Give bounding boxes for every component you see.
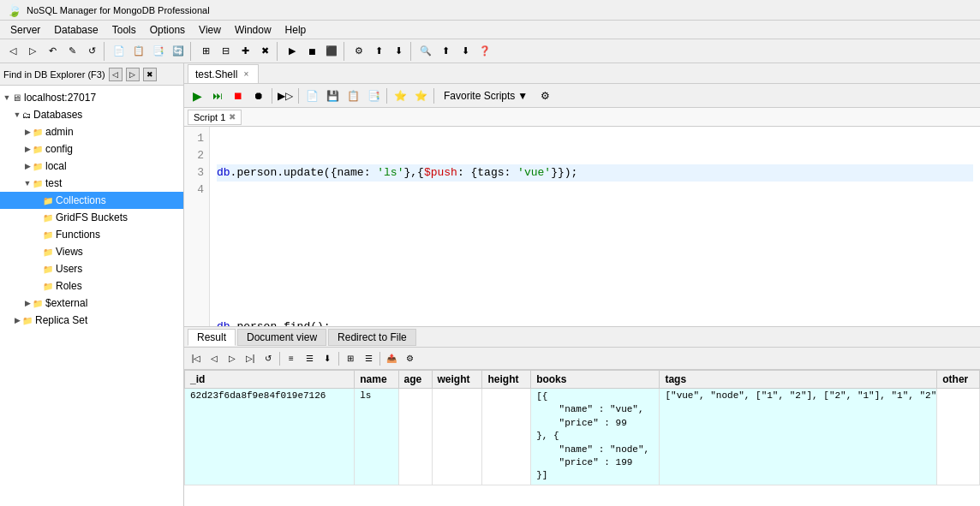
tree-item-test[interactable]: ▼ 📁 test xyxy=(0,175,183,192)
col-header-books[interactable]: books xyxy=(531,371,660,389)
result-refresh-button[interactable]: ↺ xyxy=(260,350,277,367)
result-export-button[interactable]: 📤 xyxy=(383,350,400,367)
result-settings-button[interactable]: ⚙ xyxy=(401,350,418,367)
cell-id[interactable]: 62d23f6da8f9e84f019e7126 xyxy=(185,389,355,485)
result-list-button[interactable]: ☰ xyxy=(360,350,377,367)
find-prev-button[interactable]: ◁ xyxy=(109,68,122,81)
stop-button[interactable]: ⏹ xyxy=(229,86,248,105)
toolbar-btn-20[interactable]: 🔍 xyxy=(416,42,435,61)
cell-height[interactable] xyxy=(482,389,531,485)
tree-item-roles[interactable]: 📁 Roles xyxy=(0,277,183,295)
tree-item-replicaset[interactable]: ▶ 📁 Replica Set xyxy=(0,312,183,329)
toolbar-btn-13[interactable]: ✖ xyxy=(255,42,274,61)
shell-btn-9[interactable]: 📑 xyxy=(364,86,383,105)
toolbar-btn-9[interactable]: 🔄 xyxy=(169,42,188,61)
menu-options[interactable]: Options xyxy=(143,22,192,38)
toolbar-btn-2[interactable]: ▷ xyxy=(23,42,42,61)
cell-tags[interactable]: ["vue", "node", ["1", "2"], ["2", "1"], … xyxy=(660,389,937,485)
code-content[interactable]: db.person.update({name: 'ls'},{$push: {t… xyxy=(210,127,980,326)
toolbar-btn-18[interactable]: ⬆ xyxy=(369,42,388,61)
col-header-height[interactable]: height xyxy=(482,371,531,389)
menu-server[interactable]: Server xyxy=(3,22,47,38)
col-header-name[interactable]: name xyxy=(355,371,398,389)
cell-weight[interactable] xyxy=(432,389,482,485)
cell-age[interactable] xyxy=(398,389,432,485)
toolbar-btn-15[interactable]: ⏹ xyxy=(302,42,321,61)
tree-item-admin[interactable]: ▶ 📁 admin xyxy=(0,123,183,140)
shell-btn-5[interactable]: ▶▷ xyxy=(276,86,295,105)
result-last-button[interactable]: ▷| xyxy=(242,350,259,367)
result-prev-button[interactable]: ◁ xyxy=(206,350,223,367)
cell-other[interactable] xyxy=(937,389,980,485)
tree-item-external[interactable]: ▶ 📁 $external xyxy=(0,295,183,312)
toolbar-btn-6[interactable]: 📄 xyxy=(110,42,128,61)
run-to-cursor-button[interactable]: ⏭ xyxy=(208,86,227,105)
tree-item-views[interactable]: 📁 Views xyxy=(0,243,183,260)
result-tab-result[interactable]: Result xyxy=(188,329,236,346)
tree-item-config[interactable]: ▶ 📁 config xyxy=(0,140,183,158)
menu-help[interactable]: Help xyxy=(278,22,314,38)
shell-btn-8[interactable]: 📋 xyxy=(344,86,362,105)
result-view-btn-3[interactable]: ⬇ xyxy=(319,350,336,367)
toolbar-btn-5[interactable]: ↺ xyxy=(82,42,101,61)
toolbar-btn-4[interactable]: ✎ xyxy=(63,42,81,61)
toolbar-btn-23[interactable]: ❓ xyxy=(475,42,494,61)
tree-item-functions[interactable]: 📁 Functions xyxy=(0,226,183,243)
toolbar-btn-22[interactable]: ⬇ xyxy=(456,42,475,61)
menu-database[interactable]: Database xyxy=(47,22,105,38)
tree-item-users[interactable]: 📁 Users xyxy=(0,260,183,277)
run-button[interactable]: ▶ xyxy=(188,86,206,105)
toolbar-btn-8[interactable]: 📑 xyxy=(149,42,168,61)
shell-settings-button[interactable]: ⚙ xyxy=(535,86,554,105)
col-header-weight[interactable]: weight xyxy=(432,371,482,389)
toolbar-btn-10[interactable]: ⊞ xyxy=(196,42,215,61)
result-tab-redirect-label: Redirect to File xyxy=(338,331,407,343)
find-next-button[interactable]: ▷ xyxy=(126,68,140,81)
favorite-scripts-button[interactable]: Favorite Scripts ▼ xyxy=(438,86,534,105)
result-view-btn-2[interactable]: ☰ xyxy=(301,350,318,367)
script-tab-1[interactable]: Script 1 ✖ xyxy=(188,110,242,125)
col-header-other[interactable]: other xyxy=(937,371,980,389)
toolbar-btn-7[interactable]: 📋 xyxy=(129,42,148,61)
code-editor[interactable]: 1 2 3 4 db.person.update({name: 'ls'},{$… xyxy=(184,127,980,326)
result-grid-button[interactable]: ⊞ xyxy=(342,350,359,367)
shell-btn-11[interactable]: ⭐ xyxy=(411,86,430,105)
save-button[interactable]: 💾 xyxy=(323,86,342,105)
toolbar-btn-3[interactable]: ↶ xyxy=(43,42,62,61)
cell-books[interactable]: [{ "name" : "vue", "price" : 99 }, { "na… xyxy=(531,389,660,485)
tab-close-button[interactable]: × xyxy=(241,69,251,80)
result-next-button[interactable]: ▷ xyxy=(224,350,241,367)
toolbar-btn-1[interactable]: ◁ xyxy=(3,42,22,61)
result-first-button[interactable]: |◁ xyxy=(188,350,205,367)
result-view-btn-1[interactable]: ≡ xyxy=(283,350,300,367)
col-header-age[interactable]: age xyxy=(398,371,432,389)
menu-window[interactable]: Window xyxy=(228,22,278,38)
toolbar-btn-14[interactable]: ▶ xyxy=(283,42,302,61)
record-button[interactable]: ⏺ xyxy=(249,86,268,105)
col-header-tags[interactable]: tags xyxy=(660,371,937,389)
tree-item-local[interactable]: ▶ 📁 local xyxy=(0,158,183,175)
menu-view[interactable]: View xyxy=(192,22,228,38)
col-header-id[interactable]: _id xyxy=(185,371,355,389)
shell-btn-10[interactable]: ⭐ xyxy=(391,86,409,105)
toolbar-btn-16[interactable]: ⬛ xyxy=(322,42,341,61)
find-close-button[interactable]: ✖ xyxy=(143,68,157,81)
tree-item-collections[interactable]: 📁 Collections xyxy=(0,192,183,209)
toolbar-btn-21[interactable]: ⬆ xyxy=(436,42,455,61)
table-row[interactable]: 62d23f6da8f9e84f019e7126 ls [{ "name" : … xyxy=(185,389,980,485)
tree-item-localhost[interactable]: ▼ 🖥 localhost:27017 xyxy=(0,89,183,106)
tree-item-databases[interactable]: ▼ 🗂 Databases xyxy=(0,106,183,123)
toolbar-btn-11[interactable]: ⊟ xyxy=(216,42,235,61)
cell-name[interactable]: ls xyxy=(355,389,398,485)
menu-tools[interactable]: Tools xyxy=(105,22,143,38)
toolbar-btn-12[interactable]: ✚ xyxy=(236,42,254,61)
toolbar-btn-17[interactable]: ⚙ xyxy=(350,42,368,61)
result-tab-redirect[interactable]: Redirect to File xyxy=(328,329,416,346)
script-tab-close[interactable]: ✖ xyxy=(229,112,236,122)
tree-item-gridfs[interactable]: 📁 GridFS Buckets xyxy=(0,209,183,226)
open-file-button[interactable]: 📄 xyxy=(302,86,321,105)
result-tab-docview[interactable]: Document view xyxy=(237,329,326,346)
toolbar-btn-19[interactable]: ⬇ xyxy=(389,42,408,61)
data-table-container[interactable]: _id name age weight height books tags ot… xyxy=(184,370,980,506)
tab-test-shell[interactable]: test.Shell × xyxy=(188,64,259,83)
